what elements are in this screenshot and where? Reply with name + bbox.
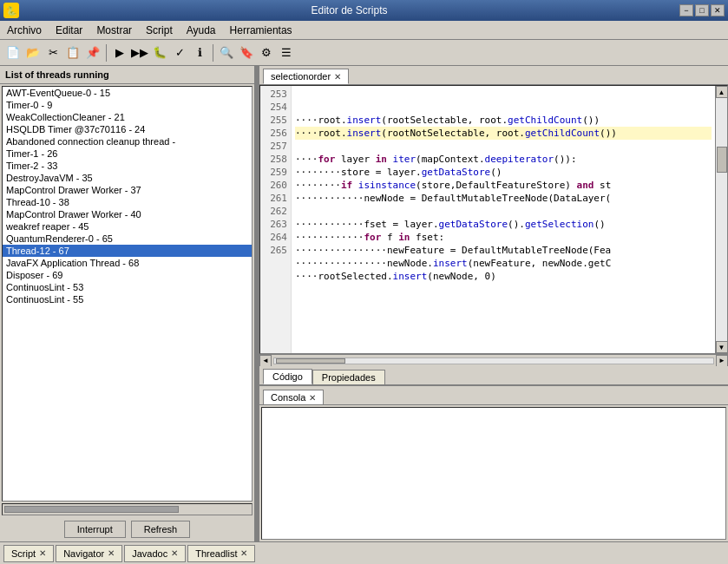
bottom-tab-threadlist[interactable]: Threadlist✕ <box>187 545 255 562</box>
thread-list-scrollbar[interactable] <box>2 503 253 515</box>
bottom-tabs: Script✕Navigator✕Javadoc✕Threadlist✕ <box>0 541 728 564</box>
code-file-tabs: selectionorder ✕ <box>259 66 728 85</box>
code-horizontal-scrollbar[interactable]: ◄ ► <box>259 354 728 366</box>
bottom-tab-javadoc[interactable]: Javadoc✕ <box>124 545 186 562</box>
code-line: ················newFeature = DefaultMuta… <box>295 244 712 257</box>
line-number: 254 <box>264 101 287 114</box>
menu-item-mostrar[interactable]: Mostrar <box>89 23 139 38</box>
scroll-up-arrow[interactable]: ▲ <box>716 86 728 98</box>
toolbar-button-0[interactable]: 📄 <box>3 43 23 62</box>
menu-item-ayuda[interactable]: Ayuda <box>180 23 223 38</box>
line-numbers: 253254255256257258259260261262263264265 <box>260 86 292 353</box>
line-number: 262 <box>264 205 287 218</box>
line-number: 259 <box>264 166 287 179</box>
code-content[interactable]: ····root.insert(rootSelectable, root.get… <box>292 86 715 353</box>
menu-item-editar[interactable]: Editar <box>49 23 89 38</box>
line-number: 256 <box>264 127 287 140</box>
menu-item-herramientas[interactable]: Herramientas <box>223 23 299 38</box>
scroll-thumb[interactable] <box>717 147 727 173</box>
scroll-left-arrow[interactable]: ◄ <box>259 355 272 367</box>
toolbar-button-3[interactable]: 📋 <box>63 43 82 62</box>
thread-item[interactable]: DestroyJavaVM - 35 <box>3 172 252 184</box>
thread-item[interactable]: MapControl Drawer Worker - 40 <box>3 208 252 220</box>
toolbar-button-9[interactable]: ✓ <box>170 43 189 62</box>
line-number: 261 <box>264 192 287 205</box>
code-line: ················newNode.insert(newFeatur… <box>295 257 712 270</box>
thread-item[interactable]: WeakCollectionCleaner - 21 <box>3 111 252 123</box>
toolbar-button-13[interactable]: 🔖 <box>237 43 256 62</box>
code-line: ············fset = layer.getDataStore().… <box>295 218 712 231</box>
tab-propiedades[interactable]: Propiedades <box>312 370 385 384</box>
bottom-tab-close-icon[interactable]: ✕ <box>39 548 46 558</box>
thread-item[interactable]: Thread-10 - 38 <box>3 196 252 208</box>
bottom-tab-label: Navigator <box>63 548 104 559</box>
thread-buttons: Interrupt Refresh <box>0 515 254 541</box>
toolbar-button-1[interactable]: 📂 <box>23 43 43 62</box>
maximize-button[interactable]: □ <box>695 4 709 16</box>
code-vertical-scrollbar[interactable]: ▲ ▼ <box>715 86 727 353</box>
console-tab-close-icon[interactable]: ✕ <box>309 393 316 403</box>
toolbar-button-7[interactable]: ▶▶ <box>130 43 149 62</box>
left-panel: List of threads running AWT-EventQueue-0… <box>0 66 256 541</box>
bottom-tab-label: Script <box>11 548 36 559</box>
thread-item[interactable]: Disposer - 69 <box>3 269 252 281</box>
tab-codigo[interactable]: Código <box>263 369 312 384</box>
thread-item[interactable]: HSQLDB Timer @37c70116 - 24 <box>3 123 252 135</box>
thread-item[interactable]: Timer-0 - 9 <box>3 99 252 111</box>
bottom-tab-close-icon[interactable]: ✕ <box>108 548 115 558</box>
thread-item[interactable]: Timer-1 - 26 <box>3 148 252 160</box>
hscroll-track[interactable] <box>273 357 714 364</box>
thread-item[interactable]: weakref reaper - 45 <box>3 220 252 233</box>
toolbar-button-8[interactable]: 🐛 <box>150 43 169 62</box>
toolbar-button-10[interactable]: ℹ <box>190 43 209 62</box>
thread-item[interactable]: AWT-EventQueue-0 - 15 <box>3 87 252 99</box>
bottom-tab-script[interactable]: Script✕ <box>3 545 54 562</box>
toolbar-button-12[interactable]: 🔍 <box>217 43 236 62</box>
toolbar-button-6[interactable]: ▶ <box>110 43 129 62</box>
toolbar-button-2[interactable]: ✂ <box>43 43 62 62</box>
scroll-down-arrow[interactable]: ▼ <box>716 341 728 353</box>
line-number: 264 <box>264 231 287 244</box>
code-tab-selectionorder[interactable]: selectionorder ✕ <box>263 69 349 84</box>
thread-list-header: List of threads running <box>0 66 254 84</box>
bottom-tab-close-icon[interactable]: ✕ <box>171 548 178 558</box>
menu-item-archivo[interactable]: Archivo <box>0 23 49 38</box>
thread-item[interactable]: Thread-12 - 67 <box>3 245 252 257</box>
toolbar-button-15[interactable]: ☰ <box>277 43 296 62</box>
thread-item[interactable]: JavaFX Application Thread - 68 <box>3 257 252 269</box>
line-number: 263 <box>264 218 287 231</box>
code-line: ····root.insert(rootSelectable, root.get… <box>295 114 712 127</box>
toolbar-button-4[interactable]: 📌 <box>83 43 102 62</box>
console-area: Consola ✕ <box>259 385 728 541</box>
console-tab-consola[interactable]: Consola ✕ <box>263 390 324 404</box>
thread-list[interactable]: AWT-EventQueue-0 - 15Timer-0 - 9WeakColl… <box>2 86 253 502</box>
thread-item[interactable]: MapControl Drawer Worker - 37 <box>3 184 252 196</box>
bottom-tab-navigator[interactable]: Navigator✕ <box>56 545 122 562</box>
minimize-button[interactable]: − <box>679 4 693 16</box>
code-editor[interactable]: 253254255256257258259260261262263264265 … <box>259 85 728 354</box>
main-area: List of threads running AWT-EventQueue-0… <box>0 66 728 541</box>
thread-item[interactable]: Abandoned connection cleanup thread - <box>3 135 252 148</box>
python-icon: 🐍 <box>3 3 19 18</box>
console-content[interactable] <box>261 407 726 540</box>
thread-item[interactable]: ContinuosLint - 53 <box>3 281 252 293</box>
interrupt-button[interactable]: Interrupt <box>64 521 126 538</box>
thread-item[interactable]: QuantumRenderer-0 - 65 <box>3 233 252 245</box>
menu-item-script[interactable]: Script <box>139 23 180 38</box>
scroll-track[interactable] <box>716 98 728 341</box>
code-line <box>295 140 712 153</box>
scroll-right-arrow[interactable]: ► <box>716 355 728 367</box>
code-tab-close-icon[interactable]: ✕ <box>334 72 341 82</box>
thread-item[interactable]: Timer-2 - 33 <box>3 160 252 172</box>
close-button[interactable]: ✕ <box>711 4 725 16</box>
thread-item[interactable]: ContinuosLint - 55 <box>3 293 252 305</box>
code-line: ····rootSelected.insert(newNode, 0) <box>295 270 712 283</box>
toolbar-separator <box>213 44 213 62</box>
toolbar-separator <box>106 44 107 62</box>
refresh-button[interactable]: Refresh <box>131 521 191 538</box>
toolbar-button-14[interactable]: ⚙ <box>257 43 276 62</box>
code-line: ············for f in fset: <box>295 231 712 244</box>
hscroll-thumb[interactable] <box>276 358 345 364</box>
title-bar: 🐍 Editor de Scripts − □ ✕ <box>0 0 728 21</box>
bottom-tab-close-icon[interactable]: ✕ <box>240 548 247 558</box>
